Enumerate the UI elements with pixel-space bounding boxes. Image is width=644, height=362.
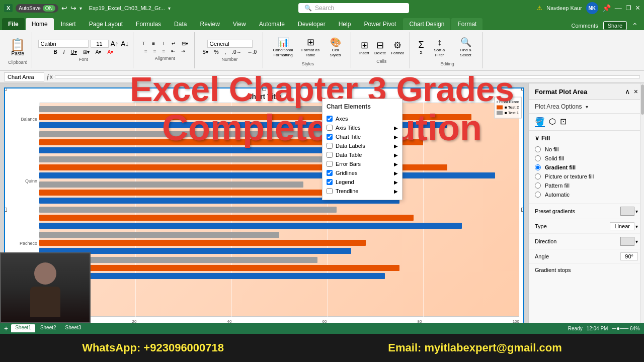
insert-cells-button[interactable]: ⊞ Insert xyxy=(357,38,371,57)
axis-titles-checkbox[interactable] xyxy=(327,125,333,131)
indent-increase-button[interactable]: ⇥ xyxy=(179,48,187,54)
panel-close-icon[interactable]: × xyxy=(634,87,638,96)
popup-item-legend[interactable]: Legend ▶ xyxy=(327,177,398,187)
indent-decrease-button[interactable]: ⇤ xyxy=(169,48,177,54)
trendline-checkbox[interactable] xyxy=(327,188,333,194)
restore-button[interactable]: ❐ xyxy=(626,5,631,12)
tab-formulas[interactable]: Formulas xyxy=(130,18,167,30)
underline-button[interactable]: U▾ xyxy=(69,49,79,55)
legend-checkbox[interactable] xyxy=(327,179,333,185)
preset-gradient-swatch[interactable] xyxy=(620,207,634,216)
handle-mr[interactable] xyxy=(521,208,524,212)
bold-button[interactable]: B xyxy=(52,49,59,55)
handle-tl[interactable] xyxy=(4,87,7,90)
panel-collapse-icon[interactable]: ∧ xyxy=(625,87,630,96)
tab-power-pivot[interactable]: Power Pivot xyxy=(358,18,402,30)
tab-chart-design[interactable]: Chart Design xyxy=(403,18,450,30)
fill-option-picture[interactable]: Picture or texture fill xyxy=(535,172,638,181)
font-size-increase[interactable]: A↑ xyxy=(111,40,119,48)
fill-option-solid[interactable]: Solid fill xyxy=(535,154,638,163)
ribbon-collapse-icon[interactable]: ⌃ xyxy=(632,22,638,30)
align-bottom-button[interactable]: ⊥ xyxy=(159,40,168,47)
quick-access-more[interactable]: ▾ xyxy=(79,6,82,11)
delete-cells-button[interactable]: ⊟ Delete xyxy=(372,38,388,57)
find-select-button[interactable]: 🔍 Find & Select xyxy=(453,35,478,59)
tab-view[interactable]: View xyxy=(227,18,252,30)
picture-fill-radio[interactable] xyxy=(535,173,541,179)
tab-automate[interactable]: Automate xyxy=(253,18,291,30)
borders-button[interactable]: ⊞▾ xyxy=(81,49,92,55)
currency-button[interactable]: $▾ xyxy=(201,49,210,55)
sheet-tab-2[interactable]: Sheet2 xyxy=(36,324,60,332)
solid-fill-radio[interactable] xyxy=(535,155,541,161)
decrease-decimal-button[interactable]: ←.0 xyxy=(246,49,259,55)
tab-developer[interactable]: Developer xyxy=(292,18,332,30)
handle-tc[interactable] xyxy=(262,87,266,90)
format-as-table-button[interactable]: ⊞ Format as Table xyxy=(298,35,323,59)
add-sheet-button[interactable]: + xyxy=(4,324,8,332)
formula-bar[interactable] xyxy=(55,75,640,78)
zoom-slider[interactable]: ─●── xyxy=(612,325,628,332)
popup-item-gridlines[interactable]: Gridlines ▶ xyxy=(327,168,398,177)
sort-filter-button[interactable]: ↕ Sort & Filter xyxy=(427,35,452,59)
type-arrow[interactable]: ▾ xyxy=(635,224,638,229)
popup-item-data-labels[interactable]: Data Labels ▶ xyxy=(327,141,398,150)
fill-option-no-fill[interactable]: No fill xyxy=(535,145,638,154)
tab-insert[interactable]: Insert xyxy=(55,18,82,30)
fill-option-automatic[interactable]: Automatic xyxy=(535,190,638,199)
tab-file[interactable]: File xyxy=(2,18,25,30)
comma-button[interactable]: , xyxy=(223,49,228,55)
redo-icon[interactable]: ↪ xyxy=(70,4,76,12)
align-center-button[interactable]: ≡ xyxy=(151,48,158,54)
axes-checkbox[interactable] xyxy=(327,116,333,122)
wrap-text-button[interactable]: ↵ xyxy=(170,40,178,47)
sheet-tab-3[interactable]: Sheet3 xyxy=(61,324,86,332)
font-name-dropdown[interactable]: Calibri xyxy=(38,40,89,48)
font-color-button[interactable]: A▾ xyxy=(106,49,116,55)
font-size-decrease[interactable]: A↓ xyxy=(121,40,129,48)
pin-icon[interactable]: 📌 xyxy=(602,4,611,12)
direction-swatch[interactable] xyxy=(620,237,634,246)
format-cells-button[interactable]: ⚙ Format xyxy=(389,38,406,57)
gridlines-checkbox[interactable] xyxy=(327,170,333,176)
share-button[interactable]: Share xyxy=(603,21,627,30)
popup-item-trendline[interactable]: Trendline ▶ xyxy=(327,187,398,196)
name-box[interactable]: Chart Area xyxy=(4,72,44,81)
scrollbar-thumb[interactable] xyxy=(641,84,644,115)
align-right-button[interactable]: ≡ xyxy=(160,48,168,54)
chart-title-checkbox[interactable] xyxy=(327,134,333,140)
tab-review[interactable]: Review xyxy=(194,18,225,30)
sheet-tab-1[interactable]: Sheet1 xyxy=(11,324,35,332)
align-middle-button[interactable]: ≡ xyxy=(150,40,157,47)
search-box[interactable]: 🔍 Search xyxy=(298,3,409,13)
paste-button[interactable]: 📋 Paste xyxy=(8,37,27,58)
popup-item-error-bars[interactable]: Error Bars ▶ xyxy=(327,159,398,168)
popup-item-data-table[interactable]: Data Table ▶ xyxy=(327,150,398,159)
popup-item-axes[interactable]: Axes xyxy=(327,114,398,123)
data-table-checkbox[interactable] xyxy=(327,152,333,158)
conditional-formatting-button[interactable]: 📊 Conditional Formatting xyxy=(269,35,297,59)
no-fill-radio[interactable] xyxy=(535,146,541,152)
italic-button[interactable]: I xyxy=(61,49,67,55)
undo-icon[interactable]: ↩ xyxy=(61,4,67,12)
sum-button[interactable]: Σ Σ xyxy=(416,38,426,57)
autosave-toggle[interactable]: AutoSave ON xyxy=(16,4,58,13)
tab-home[interactable]: Home xyxy=(26,18,54,30)
plot-area-options-header[interactable]: Plot Area Options ▾ xyxy=(529,100,644,114)
align-left-button[interactable]: ≡ xyxy=(142,48,149,54)
avatar[interactable]: NK xyxy=(586,2,598,14)
cell-styles-button[interactable]: 🎨 Cell Styles xyxy=(324,35,347,59)
fill-option-gradient[interactable]: Gradient fill xyxy=(535,163,638,172)
pattern-fill-radio[interactable] xyxy=(535,183,541,189)
popup-item-chart-title[interactable]: Chart Title ▶ xyxy=(327,132,398,141)
data-labels-checkbox[interactable] xyxy=(327,143,333,149)
handle-ml[interactable] xyxy=(4,208,7,212)
increase-decimal-button[interactable]: .0→ xyxy=(230,49,243,55)
automatic-fill-radio[interactable] xyxy=(535,192,541,198)
size-properties-icon[interactable]: ⊡ xyxy=(560,117,567,127)
merge-button[interactable]: ⊟▾ xyxy=(180,40,190,47)
handle-tr[interactable] xyxy=(521,87,524,90)
tab-format[interactable]: Format xyxy=(451,18,482,30)
popup-item-axis-titles[interactable]: Axis Titles ▶ xyxy=(327,123,398,132)
fill-chevron[interactable]: ∨ xyxy=(535,135,539,142)
